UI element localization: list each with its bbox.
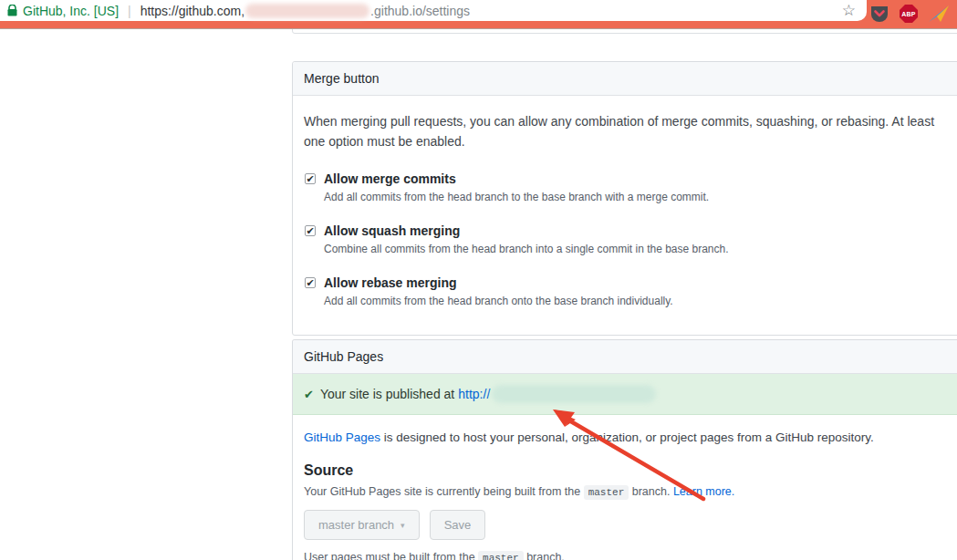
option-description: Combine all commits from the head branch… <box>324 243 957 255</box>
pocket-extension-icon[interactable] <box>870 6 889 22</box>
option-label: Allow rebase merging <box>324 275 957 290</box>
github-pages-section: GitHub Pages ✔ Your site is published at… <box>292 339 957 560</box>
adblock-plus-extension-icon[interactable]: ABP <box>900 5 918 23</box>
merge-section-body: When merging pull requests, you can allo… <box>293 96 957 335</box>
build-status-line: Your GitHub Pages site is currently bein… <box>304 485 957 498</box>
ev-certificate-label[interactable]: GitHub, Inc. [US] <box>23 4 119 18</box>
address-bar[interactable]: GitHub, Inc. [US] | https://github.com, … <box>0 0 867 21</box>
source-heading: Source <box>304 462 957 479</box>
paper-plane-extension-icon[interactable] <box>929 5 949 22</box>
pages-intro-rest: is designed to host your personal, organ… <box>380 430 874 444</box>
build-status-mid: branch. <box>629 485 673 498</box>
save-button[interactable]: Save <box>430 510 486 540</box>
footnote-pre: User pages must be built from the <box>304 551 478 560</box>
merge-section-description: When merging pull requests, you can allo… <box>304 112 942 151</box>
merge-section-header: Merge button <box>293 62 957 96</box>
pages-intro-text: GitHub Pages is designed to host your pe… <box>304 429 957 447</box>
url-redacted-blur <box>245 4 369 18</box>
option-description: Add all commits from the head branch to … <box>324 191 957 203</box>
lock-icon <box>7 5 17 16</box>
checkbox-allow-merge-commits[interactable]: ✔ <box>305 173 316 184</box>
chevron-down-icon: ▾ <box>400 521 405 530</box>
pages-section-body: GitHub Pages is designed to host your pe… <box>293 415 957 560</box>
pages-section-header: GitHub Pages <box>293 340 957 374</box>
user-pages-footnote: User pages must be built from the master… <box>304 551 957 560</box>
branch-select-label: master branch <box>318 518 394 532</box>
bookmark-star-icon[interactable]: ☆ <box>842 3 856 18</box>
option-label: Allow squash merging <box>324 223 957 238</box>
footnote-post: branch. <box>524 551 565 560</box>
site-published-banner: ✔ Your site is published at http:// <box>293 374 957 415</box>
source-controls: master branch ▾ Save <box>304 510 957 540</box>
checkbox-allow-squash-merging[interactable]: ✔ <box>305 225 316 236</box>
github-pages-link[interactable]: GitHub Pages <box>304 430 380 444</box>
option-allow-merge-commits: ✔ Allow merge commits Add all commits fr… <box>304 171 957 203</box>
success-check-icon: ✔ <box>304 388 314 401</box>
extension-toolbar: ABP <box>866 0 957 25</box>
option-allow-squash-merging: ✔ Allow squash merging Combine all commi… <box>304 223 957 255</box>
banner-text: Your site is published at <box>320 387 454 401</box>
published-url-redacted-blur <box>492 385 656 403</box>
build-status-pre: Your GitHub Pages site is currently bein… <box>304 485 584 498</box>
merge-button-section: Merge button When merging pull requests,… <box>292 61 957 336</box>
published-site-link[interactable]: http:// <box>458 387 490 401</box>
url-prefix: https://github.com, <box>140 4 244 18</box>
browser-chrome: GitHub, Inc. [US] | https://github.com, … <box>0 0 957 29</box>
option-allow-rebase-merging: ✔ Allow rebase merging Add all commits f… <box>304 275 957 307</box>
branch-select-button[interactable]: master branch ▾ <box>304 510 420 540</box>
url-suffix: .github.io/settings <box>370 4 470 18</box>
branch-code-chip: master <box>478 551 524 560</box>
learn-more-link[interactable]: Learn more. <box>673 485 734 498</box>
branch-code-chip: master <box>584 485 629 500</box>
checkbox-allow-rebase-merging[interactable]: ✔ <box>305 277 316 288</box>
option-description: Add all commits from the head branch ont… <box>324 295 957 307</box>
option-label: Allow merge commits <box>324 171 957 186</box>
address-bar-divider: | <box>128 4 131 18</box>
